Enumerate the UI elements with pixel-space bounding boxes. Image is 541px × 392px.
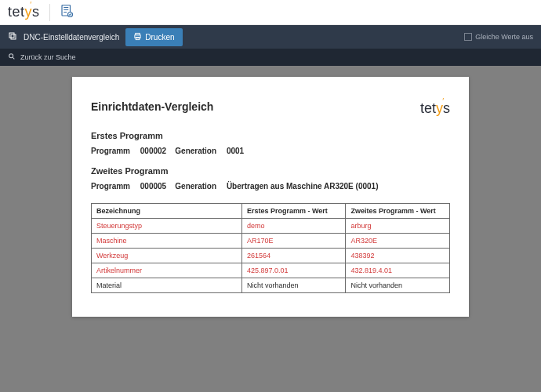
table-row: Artikelnummer425.897.0.01432.819.4.01 xyxy=(92,263,450,278)
view-title: DNC-Einstelldatenvergleich xyxy=(24,33,119,42)
table-cell: demo xyxy=(241,219,346,234)
program1-label-program: Programm xyxy=(91,147,130,155)
print-button-label: Drucken xyxy=(145,33,174,42)
table-row: MaschineAR170EAR320E xyxy=(92,234,450,249)
ribbon-bar: DNC-Einstelldatenvergleich Drucken Gleic… xyxy=(0,25,541,49)
program1-heading: Erstes Programm xyxy=(91,131,450,140)
program1-value-program: 000002 xyxy=(140,147,166,155)
table-row: Werkzeug261564438392 xyxy=(92,249,450,263)
table-cell: Nicht vorhanden xyxy=(346,278,450,293)
table-header-row: Bezeichnung Erstes Programm - Wert Zweit… xyxy=(92,204,450,219)
table-body: SteuerungstypdemoarburgMaschineAR170EAR3… xyxy=(92,219,450,293)
report-title: Einrichtdaten-Vergleich xyxy=(91,100,213,113)
program1-line: Programm 000002 Generation 0001 xyxy=(91,147,450,155)
table-cell: AR320E xyxy=(346,234,450,249)
program2-label-generation: Generation xyxy=(175,182,216,191)
table-cell: Steuerungstyp xyxy=(92,219,242,234)
table-cell: Artikelnummer xyxy=(92,263,242,278)
top-bar: tetys′ xyxy=(0,0,541,25)
document-check-icon xyxy=(60,3,74,22)
program1-label-generation: Generation xyxy=(175,147,216,155)
search-icon xyxy=(8,53,16,62)
svg-rect-2 xyxy=(11,34,16,39)
table-cell: arburg xyxy=(346,219,450,234)
table-cell: Nicht vorhanden xyxy=(241,278,346,293)
svg-point-7 xyxy=(9,54,13,58)
table-cell: 261564 xyxy=(241,249,346,263)
program2-heading: Zweites Programm xyxy=(91,166,450,176)
search-bar: Zurück zur Suche xyxy=(0,49,541,66)
table-cell: 432.819.4.01 xyxy=(346,263,450,278)
program2-value-program: 000005 xyxy=(140,182,166,191)
table-cell: AR170E xyxy=(241,234,346,249)
report-logo: tetys′ xyxy=(420,100,450,117)
print-icon xyxy=(133,32,142,42)
col-header-label: Bezeichnung xyxy=(92,204,242,219)
comparison-table: Bezeichnung Erstes Programm - Wert Zweit… xyxy=(91,203,450,293)
print-button[interactable]: Drucken xyxy=(125,28,182,46)
svg-rect-3 xyxy=(9,33,14,38)
table-cell: 425.897.0.01 xyxy=(241,263,346,278)
divider xyxy=(49,4,50,21)
checkbox-icon xyxy=(464,33,472,41)
col-header-v1: Erstes Programm - Wert xyxy=(241,204,346,219)
program2-label-program: Programm xyxy=(91,182,130,191)
program2-value-generation: Übertragen aus Maschine AR320E (0001) xyxy=(227,182,379,191)
copy-icon xyxy=(8,31,17,42)
program1-value-generation: 0001 xyxy=(227,147,244,155)
table-cell: Maschine xyxy=(92,234,242,249)
table-row: Steuerungstypdemoarburg xyxy=(92,219,450,234)
app-logo: tetys′ xyxy=(8,4,40,20)
back-to-search-link[interactable]: Zurück zur Suche xyxy=(20,53,76,61)
table-cell: Material xyxy=(92,278,242,293)
table-cell: Werkzeug xyxy=(92,249,242,263)
report-page: Einrichtdaten-Vergleich tetys′ Erstes Pr… xyxy=(72,77,469,317)
filter-same-values-checkbox[interactable]: Gleiche Werte aus xyxy=(464,33,533,41)
table-row: MaterialNicht vorhandenNicht vorhanden xyxy=(92,278,450,293)
preview-canvas: Einrichtdaten-Vergleich tetys′ Erstes Pr… xyxy=(0,66,541,392)
program2-line: Programm 000005 Generation Übertragen au… xyxy=(91,182,450,191)
col-header-v2: Zweites Programm - Wert xyxy=(346,204,450,219)
table-cell: 438392 xyxy=(346,249,450,263)
filter-label: Gleiche Werte aus xyxy=(475,33,533,41)
